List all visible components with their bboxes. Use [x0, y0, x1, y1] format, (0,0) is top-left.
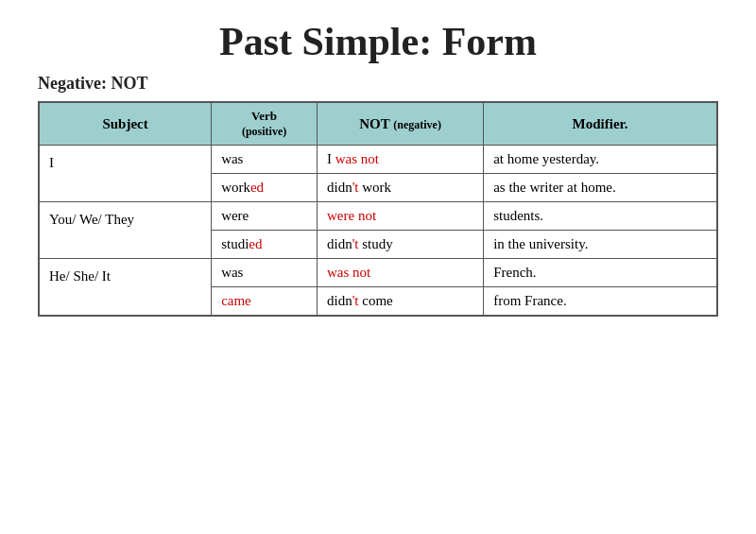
- grammar-table: Subject Verb(positive) NOT (negative) Mo…: [38, 101, 718, 317]
- verb-was-2: was: [212, 259, 318, 287]
- verb-were: were: [212, 202, 318, 231]
- table-header-row: Subject Verb(positive) NOT (negative) Mo…: [39, 102, 717, 146]
- subject-you-we-they: You/ We/ They: [39, 202, 212, 259]
- verb-came: came: [212, 287, 318, 317]
- verb-was-1: was: [212, 146, 318, 174]
- modifier-4: in the university.: [484, 231, 717, 259]
- not-didnt-study: didn't study: [317, 231, 483, 259]
- subject-he-she-it: He/ She/ It: [39, 259, 212, 317]
- modifier-2: as the writer at home.: [484, 174, 717, 202]
- verb-studied: studied: [212, 231, 318, 259]
- not-didnt-work: didn't work: [317, 174, 483, 202]
- not-was-not-1: I was not: [317, 146, 483, 174]
- header-not: NOT (negative): [317, 102, 483, 146]
- header-subject: Subject: [39, 102, 212, 146]
- table-row: You/ We/ They were were not students.: [39, 202, 717, 231]
- modifier-5: French.: [484, 259, 717, 287]
- table-row: He/ She/ It was was not French.: [39, 259, 717, 287]
- not-was-not-2: was not: [317, 259, 483, 287]
- modifier-6: from France.: [484, 287, 717, 317]
- section-label: Negative: NOT: [38, 74, 718, 94]
- modifier-3: students.: [484, 202, 717, 231]
- header-verb: Verb(positive): [212, 102, 318, 146]
- verb-worked: worked: [212, 174, 318, 202]
- not-didnt-come: didn't come: [317, 287, 483, 317]
- table-row: I was I was not at home yesterday.: [39, 146, 717, 174]
- modifier-1: at home yesterday.: [484, 146, 717, 174]
- header-modifier: Modifier.: [484, 102, 717, 146]
- not-were-not: were not: [317, 202, 483, 231]
- subject-i: I: [39, 146, 212, 202]
- page-title: Past Simple: Form: [38, 19, 718, 64]
